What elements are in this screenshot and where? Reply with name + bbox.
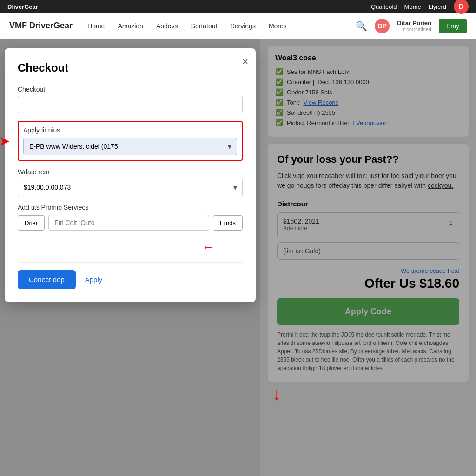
apply-dropdown-wrapper: E-PB www Widers. cidel (0175 ▾ [23,138,237,155]
nav-link-sertatout[interactable]: Sertatout [191,22,218,30]
checkout-modal: × Checkout Checkout ➤ Apply lir nius E-P… [5,48,256,302]
addtits-btn-2[interactable]: Ernds [213,215,243,231]
nav-link-amazion[interactable]: Amazion [118,22,143,30]
topbar-link-3[interactable]: Llyierd [429,3,446,10]
red-arrow-down: ↑ [272,387,281,406]
checkout-label: Checkout [18,86,243,93]
red-arrow-left: ➤ [0,133,10,149]
search-icon[interactable]: 🔍 [356,20,367,32]
topbar-link-2[interactable]: Mome [404,3,421,10]
addtits-input[interactable] [48,215,209,231]
topbar-nav-right: Quaiteold Mome Llyierd D [371,0,469,14]
top-bar: DliverGear Quaiteold Mome Llyierd D [0,0,476,13]
nav-avatar: DP [375,19,390,33]
apply-dropdown[interactable]: E-PB www Widers. cidel (0175 [23,138,237,155]
wdate-wrapper: $19.00.0.00.073 ▾ [18,178,243,196]
modal-footer: Conect dep Apply [18,262,243,289]
nav-actions: 🔍 DP Ditar Porien r corrcailded Emy [356,19,467,33]
wdate-label: Wdate rear [18,168,243,176]
topbar-link-1[interactable]: Quaiteold [371,3,397,10]
nav-links: Home Amazion Aodovs Sertatout Servings M… [87,22,356,30]
topbar-logo: DliverGear [7,3,38,10]
nav-user-sub: r corrcailded [397,26,431,32]
nav-link-mores[interactable]: Mores [269,22,287,30]
topbar-avatar: D [454,0,469,14]
addtits-label: Add tits Promio Serviecs [18,204,243,211]
main-area: Woal3 cose ✅ Ses for MNS Fach Lotk ✅ Cne… [0,39,476,476]
nav-link-servings[interactable]: Servings [230,22,255,30]
checkout-input[interactable] [18,96,243,113]
addtits-row: Drier Ernds [18,215,243,231]
modal-overlay[interactable]: × Checkout Checkout ➤ Apply lir nius E-P… [0,39,476,476]
nav-link-home[interactable]: Home [87,22,105,30]
apply-section: ➤ Apply lir nius E-PB www Widers. cidel … [18,121,243,161]
nav-link-aodovs[interactable]: Aodovs [156,22,178,30]
addtits-btn-1[interactable]: Drier [18,215,45,231]
nav-brand: VMF DriverGear [9,21,73,31]
red-arrow-right: ← [202,240,215,255]
modal-close-button[interactable]: × [242,56,248,68]
modal-title: Checkout [18,61,243,74]
apply-button[interactable]: Apply [85,276,103,284]
conect-dep-button[interactable]: Conect dep [18,270,76,289]
wdate-select[interactable]: $19.00.0.00.073 [18,178,243,196]
nav-user-name: Ditar Porien [397,20,431,26]
nav-bar: VMF DriverGear Home Amazion Aodovs Serta… [0,13,476,39]
apply-label: Apply lir nius [23,126,237,134]
nav-user-info: Ditar Porien r corrcailded [397,20,431,32]
nav-emy-button[interactable]: Emy [439,19,467,33]
